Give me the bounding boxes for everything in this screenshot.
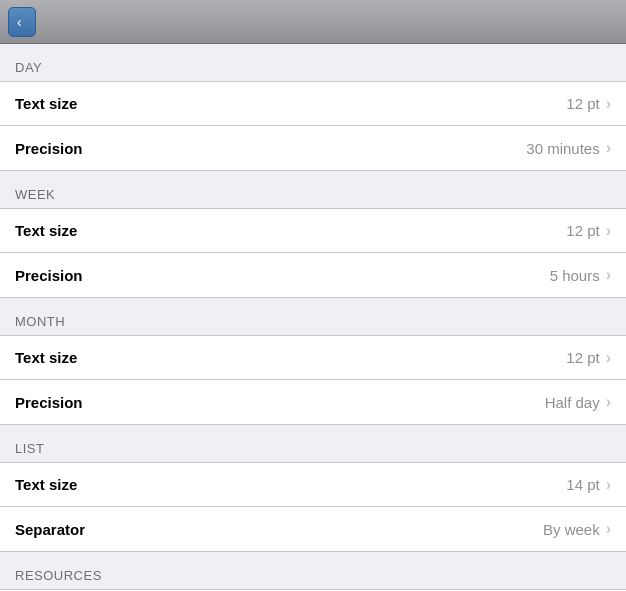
- chevron-right-icon: ›: [606, 520, 611, 538]
- section-header-resources: Resources: [0, 552, 626, 589]
- chevron-right-icon: ›: [606, 139, 611, 157]
- row-right-week-precision: 5 hours›: [550, 266, 611, 284]
- chevron-right-icon: ›: [606, 222, 611, 240]
- row-right-list-separator: By week›: [543, 520, 611, 538]
- row-value-week-text-size: 12 pt: [566, 222, 599, 239]
- chevron-right-icon: ›: [606, 349, 611, 367]
- table-group-month: Text size12 pt›PrecisionHalf day›: [0, 335, 626, 425]
- chevron-right-icon: ›: [606, 95, 611, 113]
- table-row-list-text-size[interactable]: Text size14 pt›: [0, 463, 626, 507]
- table-group-week: Text size12 pt›Precision5 hours›: [0, 208, 626, 298]
- table-row-month-precision[interactable]: PrecisionHalf day›: [0, 380, 626, 424]
- row-value-month-precision: Half day: [545, 394, 600, 411]
- nav-bar: ‹: [0, 0, 626, 44]
- row-value-week-precision: 5 hours: [550, 267, 600, 284]
- chevron-right-icon: ›: [606, 266, 611, 284]
- row-label-day-text-size: Text size: [15, 95, 77, 112]
- row-label-month-precision: Precision: [15, 394, 83, 411]
- section-header-month: Month: [0, 298, 626, 335]
- section-resources: ResourcesColumn sizeSmall›: [0, 552, 626, 591]
- row-value-list-separator: By week: [543, 521, 600, 538]
- table-row-month-text-size[interactable]: Text size12 pt›: [0, 336, 626, 380]
- row-label-day-precision: Precision: [15, 140, 83, 157]
- table-row-week-precision[interactable]: Precision5 hours›: [0, 253, 626, 297]
- section-list: ListText size14 pt›SeparatorBy week›: [0, 425, 626, 552]
- section-month: MonthText size12 pt›PrecisionHalf day›: [0, 298, 626, 425]
- row-value-day-precision: 30 minutes: [526, 140, 599, 157]
- row-label-week-text-size: Text size: [15, 222, 77, 239]
- table-row-list-separator[interactable]: SeparatorBy week›: [0, 507, 626, 551]
- back-button[interactable]: ‹: [8, 7, 36, 37]
- section-day: DayText size12 pt›Precision30 minutes›: [0, 44, 626, 171]
- row-right-day-precision: 30 minutes›: [526, 139, 611, 157]
- row-right-list-text-size: 14 pt›: [566, 476, 611, 494]
- table-row-week-text-size[interactable]: Text size12 pt›: [0, 209, 626, 253]
- row-right-week-text-size: 12 pt›: [566, 222, 611, 240]
- content: DayText size12 pt›Precision30 minutes›We…: [0, 44, 626, 591]
- row-value-month-text-size: 12 pt: [566, 349, 599, 366]
- table-row-day-precision[interactable]: Precision30 minutes›: [0, 126, 626, 170]
- row-label-list-text-size: Text size: [15, 476, 77, 493]
- table-group-day: Text size12 pt›Precision30 minutes›: [0, 81, 626, 171]
- row-right-month-precision: Half day›: [545, 393, 611, 411]
- table-group-list: Text size14 pt›SeparatorBy week›: [0, 462, 626, 552]
- chevron-right-icon: ›: [606, 393, 611, 411]
- row-value-list-text-size: 14 pt: [566, 476, 599, 493]
- row-value-day-text-size: 12 pt: [566, 95, 599, 112]
- back-arrow-icon: ‹: [17, 14, 22, 30]
- table-row-day-text-size[interactable]: Text size12 pt›: [0, 82, 626, 126]
- chevron-right-icon: ›: [606, 476, 611, 494]
- section-header-week: Week: [0, 171, 626, 208]
- section-header-list: List: [0, 425, 626, 462]
- row-label-month-text-size: Text size: [15, 349, 77, 366]
- section-week: WeekText size12 pt›Precision5 hours›: [0, 171, 626, 298]
- row-right-month-text-size: 12 pt›: [566, 349, 611, 367]
- section-header-day: Day: [0, 44, 626, 81]
- row-label-list-separator: Separator: [15, 521, 85, 538]
- row-label-week-precision: Precision: [15, 267, 83, 284]
- row-right-day-text-size: 12 pt›: [566, 95, 611, 113]
